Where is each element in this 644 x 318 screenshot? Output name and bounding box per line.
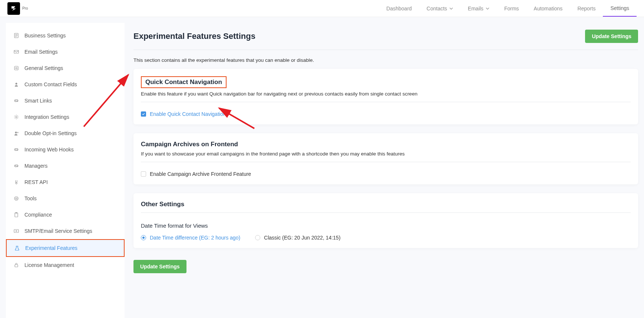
- svg-rect-18: [15, 265, 18, 267]
- nav-forms[interactable]: Forms: [497, 1, 526, 16]
- sidebar-item-label: Integration Settings: [24, 114, 69, 120]
- checkbox-label-archives[interactable]: Enable Campaign Archive Frontend Feature: [150, 171, 251, 177]
- svg-point-10: [16, 183, 17, 184]
- person-plus-icon: [13, 130, 19, 136]
- sidebar-item-rest-api[interactable]: REST API: [6, 174, 125, 190]
- main-layout: Business Settings Email Settings General…: [0, 17, 644, 318]
- sidebar-item-label: Business Settings: [24, 33, 66, 39]
- sidebar-item-label: Incoming Web Hooks: [24, 147, 74, 153]
- nav-items: Dashboard Contacts Emails Forms Automati…: [379, 0, 637, 17]
- sidebar-item-double-optin[interactable]: Double Opt-in Settings: [6, 125, 125, 141]
- checkbox-archives[interactable]: [141, 171, 146, 177]
- sidebar-item-label: SMTP/Email Service Settings: [24, 228, 92, 234]
- page-description: This section contains all the experiment…: [133, 50, 638, 69]
- radio-label-classic: Classic (EG: 20 Jun 2022, 14:15): [264, 235, 340, 241]
- lock-icon: [13, 262, 19, 268]
- clipboard-icon: [13, 212, 19, 218]
- link-icon: [13, 98, 19, 104]
- tools-icon: [13, 195, 19, 201]
- chevron-down-icon: [449, 7, 453, 10]
- nav-reports[interactable]: Reports: [570, 1, 603, 16]
- radio-option-classic[interactable]: Classic (EG: 20 Jun 2022, 14:15): [255, 235, 340, 241]
- sidebar-item-webhooks[interactable]: Incoming Web Hooks: [6, 141, 125, 158]
- card-campaign-archives: Campaign Archives on Frontend If you wan…: [133, 133, 638, 184]
- mail-settings-icon: [13, 228, 19, 234]
- sidebar-item-integration[interactable]: Integration Settings: [6, 109, 125, 125]
- nav-dashboard[interactable]: Dashboard: [379, 1, 419, 16]
- checkbox-row-quick-nav: Enable Quick Contact Navigation: [141, 102, 631, 117]
- svg-point-9: [15, 132, 17, 134]
- sidebar-item-custom-fields[interactable]: Custom Contact Fields: [6, 76, 125, 93]
- sidebar-item-business[interactable]: Business Settings: [6, 27, 125, 44]
- person-icon: [13, 81, 19, 87]
- card-title-archives: Campaign Archives on Frontend: [141, 141, 238, 148]
- logo-pro-text: Pro: [22, 6, 28, 10]
- sidebar-item-label: License Management: [24, 262, 74, 268]
- sidebar-item-managers[interactable]: Managers: [6, 158, 125, 174]
- card-other-settings: Other Settings Date Time format for View…: [133, 193, 638, 248]
- radio-row-date-format: Date Time difference (EG: 2 hours ago) C…: [141, 229, 631, 241]
- mail-icon: [13, 49, 19, 55]
- svg-rect-13: [15, 213, 18, 217]
- sidebar-item-label: Email Settings: [24, 49, 57, 55]
- svg-rect-5: [14, 66, 18, 70]
- update-settings-button-top[interactable]: Update Settings: [585, 30, 638, 43]
- sidebar-item-experimental[interactable]: Experimental Features: [6, 239, 125, 257]
- document-icon: [13, 33, 19, 39]
- logo-icon[interactable]: [7, 2, 20, 15]
- card-title-other: Other Settings: [141, 201, 631, 213]
- svg-rect-14: [16, 212, 17, 213]
- svg-point-6: [16, 67, 17, 69]
- link-icon: [13, 147, 19, 153]
- sidebar-item-label: General Settings: [24, 65, 63, 71]
- card-subtext: If you want to showcase your email campa…: [141, 151, 631, 162]
- sidebar-item-label: Custom Contact Fields: [24, 81, 77, 87]
- logo-area: Pro: [7, 2, 28, 15]
- nav-settings[interactable]: Settings: [603, 0, 637, 17]
- sidebar-item-label: Compliance: [24, 212, 52, 218]
- nav-emails[interactable]: Emails: [460, 1, 497, 16]
- gear-icon: [13, 114, 19, 120]
- nav-contacts[interactable]: Contacts: [419, 1, 460, 16]
- date-format-heading: Date Time format for Views: [141, 216, 631, 229]
- svg-point-7: [16, 83, 17, 85]
- top-nav: Pro Dashboard Contacts Emails Forms Auto…: [0, 0, 644, 17]
- checkbox-row-archives: Enable Campaign Archive Frontend Feature: [141, 162, 631, 177]
- settings-icon: [13, 65, 19, 71]
- flask-icon: [14, 245, 20, 251]
- content-area: Experimental Features Settings Update Se…: [125, 23, 644, 318]
- sidebar: Business Settings Email Settings General…: [6, 23, 125, 318]
- sidebar-item-license[interactable]: License Management: [6, 257, 125, 273]
- checkbox-label-quick-nav[interactable]: Enable Quick Contact Navigation: [150, 111, 226, 117]
- nav-automations[interactable]: Automations: [526, 1, 570, 16]
- card-quick-contact-nav: Quick Contact Navigation Enable this fea…: [133, 69, 638, 124]
- page-title: Experimental Features Settings: [133, 31, 255, 41]
- sidebar-item-label: REST API: [24, 179, 48, 185]
- sidebar-item-compliance[interactable]: Compliance: [6, 207, 125, 223]
- sidebar-item-label: Double Opt-in Settings: [24, 130, 77, 136]
- svg-point-12: [16, 198, 17, 199]
- sidebar-item-label: Tools: [24, 195, 37, 201]
- card-title-quick-nav: Quick Contact Navigation: [141, 76, 227, 88]
- radio-option-difference[interactable]: Date Time difference (EG: 2 hours ago): [141, 235, 240, 241]
- svg-rect-4: [14, 50, 19, 53]
- sidebar-item-label: Experimental Features: [25, 245, 77, 251]
- sidebar-item-general[interactable]: General Settings: [6, 60, 125, 76]
- sidebar-item-email[interactable]: Email Settings: [6, 44, 125, 60]
- radio-label-difference: Date Time difference (EG: 2 hours ago): [150, 235, 240, 241]
- sidebar-item-label: Smart Links: [24, 98, 52, 104]
- radio-classic[interactable]: [255, 235, 260, 240]
- chevron-down-icon: [486, 7, 489, 10]
- card-subtext: Enable this feature if you want Quick na…: [141, 91, 631, 102]
- radio-difference[interactable]: [141, 235, 146, 240]
- update-settings-button-bottom[interactable]: Update Settings: [133, 260, 186, 273]
- svg-point-16: [16, 231, 17, 232]
- bottom-update-area: Update Settings: [133, 257, 638, 273]
- sidebar-item-tools[interactable]: Tools: [6, 190, 125, 207]
- svg-point-11: [14, 197, 18, 200]
- sidebar-item-smart-links[interactable]: Smart Links: [6, 93, 125, 109]
- checkbox-quick-nav[interactable]: [141, 111, 146, 117]
- svg-point-8: [16, 116, 17, 118]
- api-icon: [13, 179, 19, 185]
- sidebar-item-smtp[interactable]: SMTP/Email Service Settings: [6, 223, 125, 239]
